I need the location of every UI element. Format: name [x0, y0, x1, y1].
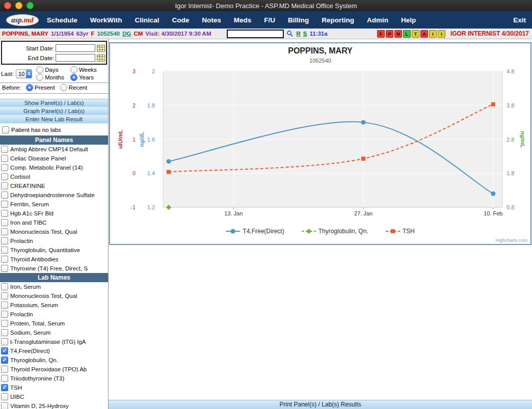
nav-item-clinical[interactable]: Clinical [135, 16, 159, 24]
checkbox[interactable] [1, 228, 8, 235]
checkbox[interactable] [1, 347, 8, 355]
checkbox[interactable] [1, 292, 8, 299]
panel-item-iron-and-tibc[interactable]: Iron and TIBC [0, 218, 108, 227]
patient-has-no-labs-checkbox[interactable]: Patient has no labs [0, 124, 108, 135]
panel-item-thyroxine-t4-free-direct-s[interactable]: Thyroxine (T4) Free, Direct, S [0, 264, 108, 273]
graph-panel-s-lab-s-button[interactable]: Graph Panel(s) / Lab(s) [0, 107, 108, 116]
checkbox[interactable] [1, 366, 8, 373]
panel-item-mononucleosis-test-qual[interactable]: Mononucleosis Test, Qual [0, 227, 108, 236]
checkbox[interactable] [1, 210, 8, 217]
nav-item-meds[interactable]: Meds [234, 16, 252, 24]
checkbox[interactable] [1, 338, 8, 345]
nav-item-code[interactable]: Code [172, 16, 189, 24]
lab-item-t-transglutaminase-ttg-iga[interactable]: t-Transglutaminase (tTG) IgA [0, 337, 108, 346]
before-option-present[interactable]: Present [26, 84, 55, 91]
checkbox[interactable] [1, 265, 8, 272]
radio-icon[interactable] [36, 66, 43, 73]
checkbox[interactable] [1, 146, 8, 153]
checkbox[interactable] [1, 329, 8, 336]
before-option-recent[interactable]: Recent [60, 84, 87, 91]
lab-item-potassium-serum[interactable]: Potassium, Serum [0, 301, 108, 310]
radio-icon[interactable] [36, 74, 43, 81]
checkbox[interactable] [1, 302, 8, 309]
lab-item-tsh[interactable]: TSH [0, 383, 108, 392]
checkbox[interactable] [1, 247, 8, 254]
flag-badge-a[interactable]: A [420, 30, 428, 38]
flag-badge-i[interactable]: I [438, 30, 445, 38]
panel-item-thyroid-antibodies[interactable]: Thyroid Antibodies [0, 255, 108, 264]
flag-badge-f[interactable]: F [377, 30, 385, 38]
nav-item-help[interactable]: Help [401, 16, 416, 24]
checkbox[interactable] [1, 182, 8, 189]
lab-item-t4-free-direct[interactable]: T4,Free(Direct) [0, 346, 108, 356]
radio-icon[interactable] [70, 66, 77, 73]
panel-item-ambig-abbrev-cmp14-default[interactable]: Ambig Abbrev CMP14 Default [0, 145, 108, 154]
panel-item-ferritin-serum[interactable]: Ferritin, Serum [0, 200, 108, 209]
lab-item-protein-total-serum[interactable]: Protein, Total, Serum [0, 319, 108, 328]
range-unit-years[interactable]: Years [70, 74, 97, 81]
panel-item-comp-metabolic-panel-14[interactable]: Comp. Metabolic Panel (14) [0, 163, 108, 172]
checkbox[interactable] [1, 283, 8, 290]
highcharts-credit[interactable]: Highcharts.com [495, 238, 527, 243]
checkbox[interactable] [1, 384, 8, 391]
flag-badge-n[interactable]: N [394, 30, 402, 38]
legend-item-thyroglobulin-qn[interactable]: Thyroglobulin, Qn. [302, 228, 368, 235]
checkbox[interactable] [1, 402, 8, 409]
calendar-icon[interactable] [97, 45, 105, 52]
nav-item-workwith[interactable]: WorkWith [90, 16, 122, 24]
checkbox[interactable] [1, 375, 8, 382]
checkbox[interactable] [1, 192, 8, 199]
range-unit-months[interactable]: Months [36, 74, 64, 81]
enter-new-lab-result-button[interactable]: Enter New Lab Result [0, 116, 108, 124]
r-link[interactable]: R [296, 31, 300, 37]
patient-name[interactable]: POPPINS, MARY [2, 31, 48, 37]
nav-item-billing[interactable]: Billing [288, 16, 309, 24]
checkbox[interactable] [1, 219, 8, 226]
checkbox[interactable] [1, 357, 8, 364]
nav-item-admin[interactable]: Admin [367, 16, 388, 24]
nav-item-exit[interactable]: Exit [513, 16, 526, 24]
lab-item-iron-serum[interactable]: Iron, Serum [0, 282, 108, 291]
checkbox[interactable] [1, 155, 8, 162]
nav-item-f-u[interactable]: F/U [264, 16, 275, 24]
radio-icon[interactable] [70, 74, 77, 81]
last-count-select[interactable]: 10 [16, 69, 32, 78]
checkbox[interactable] [1, 256, 8, 263]
search-icon[interactable] [286, 30, 294, 37]
checkbox[interactable] [1, 201, 8, 208]
show-panel-s-lab-s-button[interactable]: Show Panel(s) / Lab(s) [0, 99, 108, 107]
legend-item-tsh[interactable]: TSH [386, 228, 415, 235]
lab-item-mononucleosis-test-qual[interactable]: Mononucleosis Test, Qual [0, 291, 108, 301]
panel-item-hgb-a1c-sfr-bld[interactable]: Hgb A1c SFr Bld [0, 209, 108, 218]
checkbox[interactable] [1, 164, 8, 171]
panel-item-celiac-disease-panel[interactable]: Celiac Disease Panel [0, 154, 108, 163]
flag-badge-i[interactable]: I [429, 30, 437, 38]
panel-item-prolactin[interactable]: Prolactin [0, 236, 108, 246]
dg-link[interactable]: DG [122, 31, 131, 37]
lab-item-uibc[interactable]: UIBC [0, 392, 108, 401]
lab-item-vitamin-d-25-hydroxy[interactable]: Vitamin D, 25-Hydroxy [0, 401, 108, 409]
radio-icon[interactable] [60, 84, 67, 91]
checkbox[interactable] [1, 173, 8, 180]
end-date-input[interactable] [56, 54, 95, 62]
flag-badge-t[interactable]: T [412, 30, 419, 38]
cm-flag[interactable]: CM [134, 31, 143, 37]
checkbox[interactable] [1, 237, 8, 244]
flag-badge-l[interactable]: L [403, 30, 411, 38]
nav-item-schedule[interactable]: Schedule [47, 16, 77, 24]
panel-item-dehydroepiandrosterone-sulfate[interactable]: Dehydroepiandrosterone Sulfate [0, 190, 108, 200]
panel-item-cortisol[interactable]: Cortisol [0, 172, 108, 181]
legend-item-t4-free-direct[interactable]: T4,Free(Direct) [226, 228, 284, 235]
radio-icon[interactable] [26, 84, 33, 91]
nav-item-reporting[interactable]: Reporting [322, 16, 354, 24]
quick-search-input[interactable] [227, 30, 284, 38]
print-results-button[interactable]: Print Panel(s) / Lab(s) Results [109, 400, 532, 409]
checkbox[interactable] [1, 393, 8, 400]
checkbox[interactable] [2, 126, 9, 133]
range-unit-days[interactable]: Days [36, 66, 64, 73]
lab-item-thyroglobulin-qn[interactable]: Thyroglobulin, Qn. [0, 356, 108, 365]
lab-item-sodium-serum[interactable]: Sodium, Serum [0, 328, 108, 337]
panel-item-thyroglobulin-quantitative[interactable]: Thyroglobulin, Quantitative [0, 246, 108, 255]
checkbox[interactable] [1, 311, 8, 318]
lab-item-prolactin[interactable]: Prolactin [0, 310, 108, 319]
